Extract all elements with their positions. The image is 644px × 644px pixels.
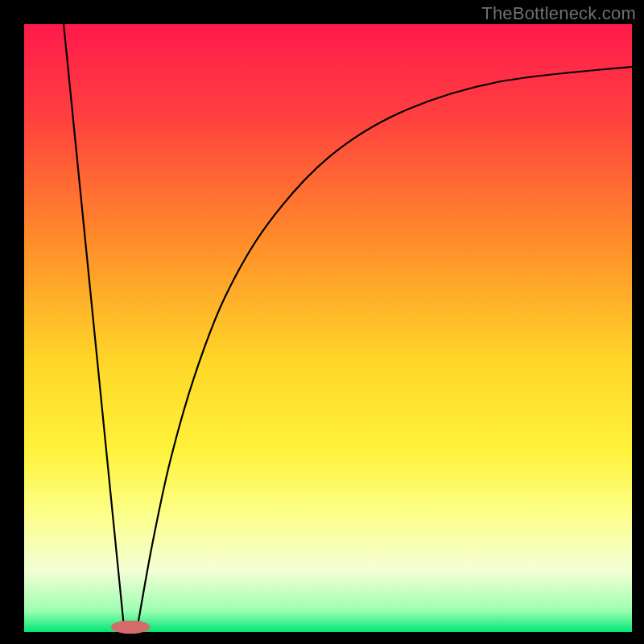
chart-frame: TheBottleneck.com bbox=[0, 0, 644, 644]
bottleneck-chart bbox=[0, 0, 644, 644]
watermark-text: TheBottleneck.com bbox=[481, 3, 636, 24]
min-marker bbox=[111, 621, 150, 634]
